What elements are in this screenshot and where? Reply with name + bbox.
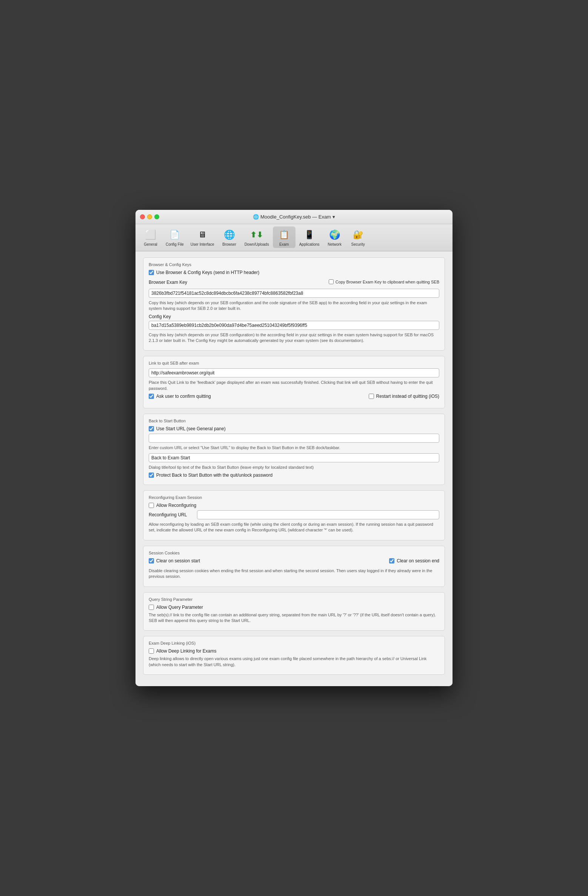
browser-exam-key-label: Browser Exam Key xyxy=(149,280,187,285)
reconfiguring-url-label: Reconfiguring URL xyxy=(149,512,194,517)
clear-end-checkbox[interactable] xyxy=(389,558,394,563)
session-cookies-section: Session Cookies Clear on session start C… xyxy=(143,546,445,587)
general-icon: ⬜ xyxy=(144,228,157,242)
query-string-description: The seb(s):// link to the config file ca… xyxy=(149,612,439,624)
security-icon: 🔐 xyxy=(351,228,365,242)
query-string-title: Query String Parameter xyxy=(149,597,439,602)
network-icon: 🌍 xyxy=(328,228,342,242)
copy-clipboard-label: Copy Browser Exam Key to clipboard when … xyxy=(336,280,439,284)
browser-exam-key-header: Browser Exam Key Copy Browser Exam Key t… xyxy=(149,277,439,286)
back-to-start-title: Back to Start Button xyxy=(149,419,439,423)
applications-icon: 📱 xyxy=(303,228,316,242)
allow-query-checkbox[interactable] xyxy=(149,605,154,610)
allow-reconfiguring-row: Allow Reconfiguring xyxy=(149,503,439,508)
traffic-lights xyxy=(140,214,159,219)
tab-exam[interactable]: 📋 Exam xyxy=(273,226,296,248)
tab-network-label: Network xyxy=(328,242,342,246)
main-window: 🌐 Moodle_ConfigKey.seb — Exam ▾ ⬜ Genera… xyxy=(135,210,453,686)
allow-deep-linking-row: Allow Deep Linking for Exams xyxy=(149,648,439,654)
use-browser-config-keys-checkbox[interactable] xyxy=(149,270,154,275)
custom-url-input[interactable] xyxy=(149,434,439,443)
protect-label: Protect Back to Start Button with the qu… xyxy=(156,473,272,478)
browser-config-keys-title: Browser & Config Keys xyxy=(149,262,439,267)
allow-query-label: Allow Query Parameter xyxy=(156,605,203,610)
use-start-url-label: Use Start URL (see General pane) xyxy=(156,426,226,431)
tab-config-file[interactable]: 📄 Config File xyxy=(163,226,187,248)
quit-url-input[interactable] xyxy=(149,368,439,377)
quit-link-title: Link to quit SEB after exam xyxy=(149,361,439,365)
reconfiguring-url-row: Reconfiguring URL xyxy=(149,510,439,519)
session-cookies-description: Disable clearing session cookies when en… xyxy=(149,568,439,580)
reconfiguring-section: Reconfiguring Exam Session Allow Reconfi… xyxy=(143,490,445,540)
use-browser-config-keys-label: Use Browser & Config Keys (send in HTTP … xyxy=(156,270,259,275)
quit-url-description: Place this Quit Link to the 'feedback' p… xyxy=(149,380,439,391)
close-button[interactable] xyxy=(140,214,145,219)
config-key-label: Config Key xyxy=(149,314,439,319)
restart-row: Restart instead of quitting (iOS) xyxy=(369,394,439,399)
copy-clipboard-row: Copy Browser Exam Key to clipboard when … xyxy=(329,279,439,284)
config-file-icon: 📄 xyxy=(168,228,182,242)
tab-browser[interactable]: 🌐 Browser xyxy=(218,226,241,248)
allow-query-row: Allow Query Parameter xyxy=(149,605,439,610)
ask-confirm-checkbox[interactable] xyxy=(149,394,154,399)
tab-user-interface[interactable]: 🖥 User Interface xyxy=(188,226,217,248)
tab-general-label: General xyxy=(144,242,157,246)
clear-end-label: Clear on session end xyxy=(397,558,439,563)
config-key-input[interactable] xyxy=(149,321,439,330)
user-interface-icon: 🖥 xyxy=(195,228,209,242)
restart-checkbox[interactable] xyxy=(369,394,374,399)
use-browser-config-keys-row: Use Browser & Config Keys (send in HTTP … xyxy=(149,270,439,275)
window-title: 🌐 Moodle_ConfigKey.seb — Exam ▾ xyxy=(253,214,335,220)
exam-icon: 📋 xyxy=(277,228,291,242)
allow-reconfiguring-checkbox[interactable] xyxy=(149,503,154,508)
protect-row: Protect Back to Start Button with the qu… xyxy=(149,473,439,478)
quit-link-section: Link to quit SEB after exam Place this Q… xyxy=(143,356,445,408)
session-cookies-options: Clear on session start Clear on session … xyxy=(149,558,439,566)
ask-confirm-label: Ask user to confirm quitting xyxy=(156,394,211,399)
down-uploads-icon: ⬆⬇ xyxy=(250,228,263,242)
tab-security[interactable]: 🔐 Security xyxy=(347,226,369,248)
reconfiguring-url-input[interactable] xyxy=(197,510,439,519)
protect-checkbox[interactable] xyxy=(149,473,154,478)
titlebar: 🌐 Moodle_ConfigKey.seb — Exam ▾ xyxy=(135,210,453,224)
allow-deep-linking-checkbox[interactable] xyxy=(149,648,154,654)
quit-options-row: Ask user to confirm quitting Restart ins… xyxy=(149,394,439,401)
deep-linking-description: Deep linking allows to directly open var… xyxy=(149,656,439,668)
tab-applications[interactable]: 📱 Applications xyxy=(296,226,323,248)
reconfiguring-title: Reconfiguring Exam Session xyxy=(149,495,439,500)
dropdown-arrow-icon: ▾ xyxy=(332,214,335,220)
clear-end-row: Clear on session end xyxy=(389,558,439,563)
ask-confirm-row: Ask user to confirm quitting xyxy=(149,394,211,399)
tab-user-interface-label: User Interface xyxy=(191,242,214,246)
tab-network[interactable]: 🌍 Network xyxy=(323,226,346,248)
custom-url-description: Enter custom URL or select "Use Start UR… xyxy=(149,445,439,451)
deep-linking-title: Exam Deep Linking (iOS) xyxy=(149,641,439,645)
reconfiguring-description: Allow reconfiguring by loading an SEB ex… xyxy=(149,522,439,533)
tab-security-label: Security xyxy=(351,242,365,246)
tab-general[interactable]: ⬜ General xyxy=(139,226,162,248)
config-key-description: Copy this key (which depends on your SEB… xyxy=(149,332,439,344)
use-start-url-checkbox[interactable] xyxy=(149,426,154,431)
dialog-title-input[interactable] xyxy=(149,453,439,462)
copy-clipboard-checkbox[interactable] xyxy=(329,279,334,284)
use-start-url-row: Use Start URL (see General pane) xyxy=(149,426,439,431)
browser-exam-key-input[interactable] xyxy=(149,289,439,298)
tab-down-uploads[interactable]: ⬆⬇ Down/Uploads xyxy=(242,226,272,248)
back-to-start-section: Back to Start Button Use Start URL (see … xyxy=(143,414,445,485)
minimize-button[interactable] xyxy=(147,214,152,219)
tab-applications-label: Applications xyxy=(299,242,320,246)
tab-down-uploads-label: Down/Uploads xyxy=(245,242,269,246)
restart-label: Restart instead of quitting (iOS) xyxy=(376,394,439,399)
allow-reconfiguring-label: Allow Reconfiguring xyxy=(156,503,196,508)
dialog-title-description: Dialog title/tool tip text of the Back t… xyxy=(149,465,439,470)
clear-start-label: Clear on session start xyxy=(156,558,200,563)
browser-icon: 🌐 xyxy=(223,228,236,242)
browser-config-keys-section: Browser & Config Keys Use Browser & Conf… xyxy=(143,257,445,351)
tab-exam-label: Exam xyxy=(279,242,289,246)
clear-start-checkbox[interactable] xyxy=(149,558,154,563)
query-string-section: Query String Parameter Allow Query Param… xyxy=(143,592,445,631)
allow-deep-linking-label: Allow Deep Linking for Exams xyxy=(156,648,216,654)
content-area: Browser & Config Keys Use Browser & Conf… xyxy=(135,251,453,686)
clear-start-row: Clear on session start xyxy=(149,558,200,563)
maximize-button[interactable] xyxy=(154,214,159,219)
